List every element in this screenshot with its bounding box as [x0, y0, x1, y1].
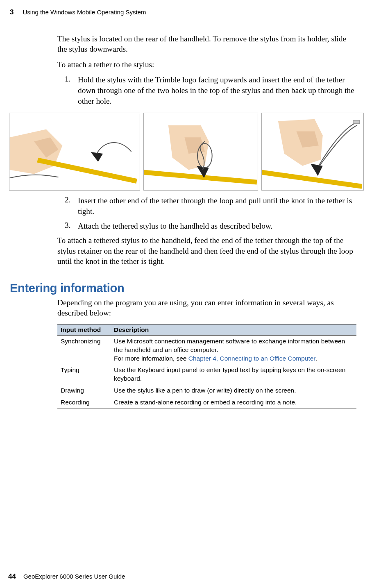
table-row: Drawing Use the stylus like a pen to dra…: [57, 385, 356, 397]
table-row: Synchronizing Use Microsoft connection m…: [57, 335, 356, 364]
cell-desc-typing: Use the Keyboard input panel to enter ty…: [111, 364, 356, 385]
table-header-input-method: Input method: [57, 324, 111, 335]
ordered-list-attach-tether-part1: 1. Hold the stylus with the Trimble logo…: [57, 75, 356, 106]
figure-tether-step-2: [143, 113, 258, 191]
page-number: 44: [8, 572, 16, 581]
desc-text: Use Microsoft connection management soft…: [114, 338, 345, 353]
cell-desc-drawing: Use the stylus like a pen to draw (or wr…: [111, 385, 356, 397]
ordered-list-attach-tether-part2: 2. Insert the other end of the tether th…: [57, 195, 356, 231]
body-column-section: Depending on the program you are using, …: [57, 297, 356, 409]
cell-method-typing: Typing: [57, 364, 111, 385]
list-item: 2. Insert the other end of the tether th…: [57, 195, 356, 216]
table-row: Typing Use the Keyboard input panel to e…: [57, 364, 356, 385]
input-methods-table: Input method Description Synchronizing U…: [57, 324, 356, 409]
cell-method-recording: Recording: [57, 397, 111, 409]
chapter-title: Using the Windows Mobile Operating Syste…: [23, 9, 146, 16]
list-item: 1. Hold the stylus with the Trimble logo…: [57, 75, 356, 106]
paragraph-attach-tether-intro: To attach a tether to the stylus:: [57, 59, 356, 70]
link-chapter-4[interactable]: Chapter 4, Connecting to an Office Compu…: [188, 355, 315, 362]
image-row: [8, 113, 358, 191]
input-methods-table-wrap: Input method Description Synchronizing U…: [57, 324, 356, 409]
stylus-illustration-icon: [262, 113, 363, 190]
list-item: 3. Attach the tethered stylus to the han…: [57, 221, 356, 232]
running-header: 3 Using the Windows Mobile Operating Sys…: [8, 8, 358, 16]
table-header-row: Input method Description: [57, 324, 356, 335]
body-column-top: The stylus is located on the rear of the…: [57, 34, 356, 106]
section-heading-entering-information: Entering information: [10, 282, 358, 295]
list-text: Attach the tethered stylus to the handhe…: [78, 221, 272, 232]
cell-method-drawing: Drawing: [57, 385, 111, 397]
stylus-illustration-icon: [9, 113, 140, 190]
desc-text-prefix: For more information, see: [114, 355, 188, 362]
svg-rect-16: [353, 120, 360, 124]
figure-tether-step-3: [261, 113, 364, 191]
page-footer: 44 GeoExplorer 6000 Series User Guide: [8, 572, 125, 581]
list-number: 2.: [57, 195, 78, 216]
cell-desc-synchronizing: Use Microsoft connection management soft…: [111, 335, 356, 364]
list-text: Hold the stylus with the Trimble logo fa…: [78, 75, 356, 106]
desc-text-suffix: .: [315, 355, 317, 362]
paragraph-stylus-location: The stylus is located on the rear of the…: [57, 34, 356, 54]
document-title: GeoExplorer 6000 Series User Guide: [23, 573, 125, 580]
stylus-illustration-icon: [144, 113, 258, 190]
figure-tether-step-1: [9, 113, 140, 191]
cell-desc-recording: Create a stand-alone recording or embed …: [111, 397, 356, 409]
list-number: 1.: [57, 75, 78, 106]
table-header-description: Description: [111, 324, 356, 335]
table-row: Recording Create a stand-alone recording…: [57, 397, 356, 409]
page: 3 Using the Windows Mobile Operating Sys…: [0, 0, 381, 588]
list-text: Insert the other end of the tether throu…: [78, 195, 356, 216]
list-number: 3.: [57, 221, 78, 232]
chapter-number: 3: [10, 8, 14, 16]
cell-method-synchronizing: Synchronizing: [57, 335, 111, 364]
body-column-mid: 2. Insert the other end of the tether th…: [57, 195, 356, 266]
paragraph-entering-info-lead: Depending on the program you are using, …: [57, 297, 356, 318]
paragraph-attach-to-handheld: To attach a tethered stylus to the handh…: [57, 235, 356, 266]
